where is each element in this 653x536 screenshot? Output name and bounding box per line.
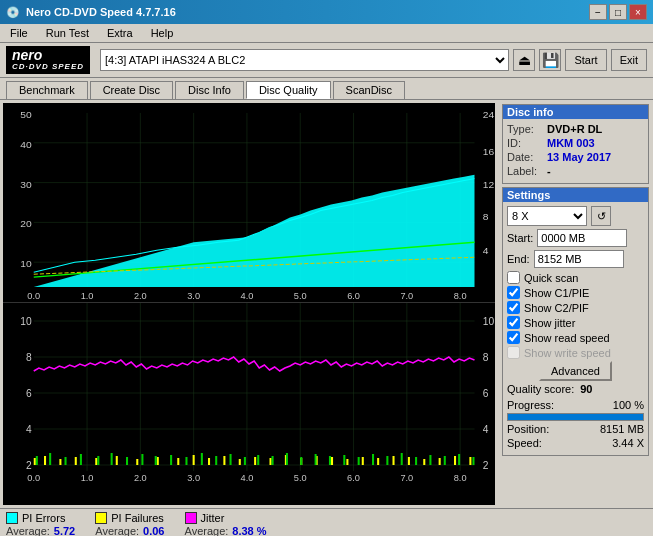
svg-rect-101 [111, 453, 113, 465]
svg-text:50: 50 [20, 109, 32, 120]
start-input[interactable] [537, 229, 627, 247]
minimize-button[interactable]: − [589, 4, 607, 20]
speed-select[interactable]: 8 X [507, 206, 587, 226]
quality-score-label: Quality score: [507, 383, 574, 395]
svg-rect-117 [343, 455, 345, 465]
disc-info-title: Disc info [503, 105, 648, 119]
jitter-avg-value: 8.38 % [232, 525, 266, 536]
jitter-legend: Jitter Average: 8.38 % Maximum: 9.5 % PO… [185, 512, 268, 536]
svg-rect-114 [300, 457, 302, 465]
menu-extra[interactable]: Extra [103, 26, 137, 40]
show-c2pif-checkbox[interactable] [507, 301, 520, 314]
app-icon: 💿 [6, 6, 20, 19]
tab-create-disc[interactable]: Create Disc [90, 81, 173, 99]
svg-rect-72 [95, 458, 97, 465]
menu-bar: File Run Test Extra Help [0, 24, 653, 43]
progress-label: Progress: [507, 399, 554, 411]
menu-run-test[interactable]: Run Test [42, 26, 93, 40]
pi-failures-title: PI Failures [95, 512, 164, 524]
end-input[interactable] [534, 250, 624, 268]
svg-text:8: 8 [483, 352, 489, 363]
progress-bar-inner [508, 414, 643, 420]
svg-rect-109 [230, 454, 232, 465]
svg-rect-81 [254, 457, 256, 465]
svg-text:6: 6 [26, 388, 32, 399]
settings-title: Settings [503, 188, 648, 202]
show-write-speed-label: Show write speed [524, 347, 611, 359]
show-c1pie-label: Show C1/PIE [524, 287, 589, 299]
pi-failures-avg: Average: 0.06 [95, 525, 164, 536]
svg-rect-103 [141, 454, 143, 465]
svg-text:40: 40 [20, 139, 32, 150]
svg-rect-82 [270, 458, 272, 465]
close-button[interactable]: × [629, 4, 647, 20]
advanced-button[interactable]: Advanced [539, 361, 612, 381]
start-button[interactable]: Start [565, 49, 606, 71]
eject-icon[interactable]: ⏏ [513, 49, 535, 71]
show-jitter-label: Show jitter [524, 317, 575, 329]
menu-help[interactable]: Help [147, 26, 178, 40]
disc-label-row: Label: - [507, 165, 644, 177]
quick-scan-row: Quick scan [507, 271, 644, 284]
show-read-speed-checkbox[interactable] [507, 331, 520, 344]
show-c1pie-row: Show C1/PIE [507, 286, 644, 299]
tab-scandisc[interactable]: ScanDisc [333, 81, 405, 99]
show-write-speed-checkbox[interactable] [507, 346, 520, 359]
title-bar-controls: − □ × [589, 4, 647, 20]
svg-text:0.0: 0.0 [27, 291, 40, 301]
svg-text:5.0: 5.0 [294, 473, 307, 483]
tab-disc-info[interactable]: Disc Info [175, 81, 244, 99]
svg-text:3.0: 3.0 [187, 291, 200, 301]
speed-value: 3.44 X [612, 437, 644, 449]
id-label: ID: [507, 137, 543, 149]
quick-scan-checkbox[interactable] [507, 271, 520, 284]
drive-select[interactable]: [4:3] ATAPI iHAS324 A BLC2 [100, 49, 509, 71]
position-label: Position: [507, 423, 549, 435]
svg-rect-97 [49, 453, 51, 465]
svg-text:5.0: 5.0 [294, 291, 307, 301]
pi-failures-legend: PI Failures Average: 0.06 Maximum: 4 Tot… [95, 512, 164, 536]
svg-rect-113 [286, 453, 288, 465]
date-value: 13 May 2017 [547, 151, 611, 163]
svg-rect-99 [80, 454, 82, 465]
jitter-avg-label: Average: [185, 525, 229, 536]
bottom-legend: PI Errors Average: 5.72 Maximum: 29 Tota… [0, 508, 653, 536]
svg-rect-98 [65, 457, 67, 465]
svg-rect-106 [185, 457, 187, 465]
exit-button[interactable]: Exit [611, 49, 647, 71]
pi-errors-avg-label: Average: [6, 525, 50, 536]
show-jitter-checkbox[interactable] [507, 316, 520, 329]
id-value: MKM 003 [547, 137, 595, 149]
svg-text:3.0: 3.0 [187, 473, 200, 483]
end-row: End: [507, 250, 644, 268]
pi-failures-avg-value: 0.06 [143, 525, 164, 536]
label-label: Label: [507, 165, 543, 177]
save-icon[interactable]: 💾 [539, 49, 561, 71]
menu-file[interactable]: File [6, 26, 32, 40]
pi-errors-legend: PI Errors Average: 5.72 Maximum: 29 Tota… [6, 512, 75, 536]
svg-text:0.0: 0.0 [27, 473, 40, 483]
svg-text:7.0: 7.0 [400, 473, 413, 483]
lower-chart: 10 8 6 4 2 10 8 6 4 2 0.0 1.0 2.0 3.0 4.… [3, 303, 495, 483]
tab-disc-quality[interactable]: Disc Quality [246, 81, 331, 99]
svg-text:8.0: 8.0 [454, 291, 467, 301]
show-c2pif-row: Show C2/PIF [507, 301, 644, 314]
window-title: Nero CD-DVD Speed 4.7.7.16 [26, 6, 176, 18]
pi-errors-avg-value: 5.72 [54, 525, 75, 536]
svg-rect-107 [201, 453, 203, 465]
disc-date-row: Date: 13 May 2017 [507, 151, 644, 163]
svg-text:4.0: 4.0 [241, 291, 254, 301]
tabs: Benchmark Create Disc Disc Info Disc Qua… [0, 78, 653, 100]
upper-chart: 50 40 30 20 10 24 16 12 8 4 0.0 1.0 2.0 … [3, 103, 495, 303]
show-c2pif-label: Show C2/PIF [524, 302, 589, 314]
refresh-icon[interactable]: ↺ [591, 206, 611, 226]
type-label: Type: [507, 123, 543, 135]
svg-text:6.0: 6.0 [347, 473, 360, 483]
show-c1pie-checkbox[interactable] [507, 286, 520, 299]
svg-rect-86 [331, 457, 333, 465]
tab-benchmark[interactable]: Benchmark [6, 81, 88, 99]
svg-rect-79 [223, 456, 225, 465]
toolbar: nero CD·DVD SPEED [4:3] ATAPI iHAS324 A … [0, 43, 653, 78]
disc-type-row: Type: DVD+R DL [507, 123, 644, 135]
maximize-button[interactable]: □ [609, 4, 627, 20]
